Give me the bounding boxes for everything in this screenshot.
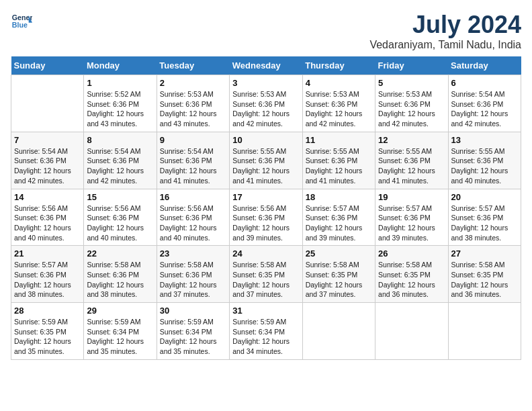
calendar-cell: 17Sunrise: 5:56 AM Sunset: 6:36 PM Dayli… xyxy=(230,189,302,246)
calendar-cell: 26Sunrise: 5:58 AM Sunset: 6:35 PM Dayli… xyxy=(375,246,448,303)
calendar-week-1: 1Sunrise: 5:52 AM Sunset: 6:36 PM Daylig… xyxy=(11,75,521,132)
calendar-cell: 24Sunrise: 5:58 AM Sunset: 6:35 PM Dayli… xyxy=(230,246,302,303)
calendar-cell: 28Sunrise: 5:59 AM Sunset: 6:35 PM Dayli… xyxy=(11,303,84,360)
day-info: Sunrise: 5:58 AM Sunset: 6:35 PM Dayligh… xyxy=(232,260,299,300)
calendar-cell: 11Sunrise: 5:55 AM Sunset: 6:36 PM Dayli… xyxy=(302,132,375,189)
header-day-friday: Friday xyxy=(375,56,448,75)
calendar-cell: 7Sunrise: 5:54 AM Sunset: 6:36 PM Daylig… xyxy=(11,132,84,189)
day-number: 20 xyxy=(451,192,518,202)
day-info: Sunrise: 5:55 AM Sunset: 6:36 PM Dayligh… xyxy=(378,146,445,186)
calendar-cell: 18Sunrise: 5:57 AM Sunset: 6:36 PM Dayli… xyxy=(302,189,375,246)
day-info: Sunrise: 5:56 AM Sunset: 6:36 PM Dayligh… xyxy=(160,203,226,243)
calendar-cell: 22Sunrise: 5:58 AM Sunset: 6:36 PM Dayli… xyxy=(84,246,157,303)
day-info: Sunrise: 5:58 AM Sunset: 6:35 PM Dayligh… xyxy=(378,260,445,300)
calendar-cell: 25Sunrise: 5:58 AM Sunset: 6:35 PM Dayli… xyxy=(302,246,375,303)
calendar-cell: 12Sunrise: 5:55 AM Sunset: 6:36 PM Dayli… xyxy=(375,132,448,189)
day-info: Sunrise: 5:54 AM Sunset: 6:36 PM Dayligh… xyxy=(87,146,153,186)
calendar-cell: 31Sunrise: 5:59 AM Sunset: 6:34 PM Dayli… xyxy=(230,303,302,360)
day-number: 25 xyxy=(306,248,372,259)
calendar-cell: 3Sunrise: 5:53 AM Sunset: 6:36 PM Daylig… xyxy=(230,75,302,132)
calendar-cell xyxy=(448,303,521,360)
calendar-cell: 10Sunrise: 5:55 AM Sunset: 6:36 PM Dayli… xyxy=(230,132,302,189)
day-info: Sunrise: 5:55 AM Sunset: 6:36 PM Dayligh… xyxy=(232,146,299,186)
calendar-cell xyxy=(11,75,84,132)
day-info: Sunrise: 5:58 AM Sunset: 6:35 PM Dayligh… xyxy=(306,260,372,300)
day-info: Sunrise: 5:56 AM Sunset: 6:36 PM Dayligh… xyxy=(232,203,299,243)
calendar-cell: 30Sunrise: 5:59 AM Sunset: 6:34 PM Dayli… xyxy=(157,303,229,360)
day-number: 14 xyxy=(14,192,81,202)
title-block: July 2024 Vedaraniyam, Tamil Nadu, India xyxy=(369,11,521,51)
page-title: July 2024 xyxy=(369,11,521,39)
calendar-cell xyxy=(375,303,448,360)
calendar-cell: 5Sunrise: 5:53 AM Sunset: 6:36 PM Daylig… xyxy=(375,75,448,132)
day-number: 2 xyxy=(160,78,226,88)
day-info: Sunrise: 5:56 AM Sunset: 6:36 PM Dayligh… xyxy=(14,203,81,243)
calendar-week-2: 7Sunrise: 5:54 AM Sunset: 6:36 PM Daylig… xyxy=(11,132,521,189)
calendar-header-row: SundayMondayTuesdayWednesdayThursdayFrid… xyxy=(11,56,521,75)
day-info: Sunrise: 5:59 AM Sunset: 6:34 PM Dayligh… xyxy=(87,317,153,357)
day-number: 23 xyxy=(160,248,226,259)
calendar-cell: 6Sunrise: 5:54 AM Sunset: 6:36 PM Daylig… xyxy=(448,75,521,132)
calendar-cell: 20Sunrise: 5:57 AM Sunset: 6:36 PM Dayli… xyxy=(448,189,521,246)
day-info: Sunrise: 5:58 AM Sunset: 6:35 PM Dayligh… xyxy=(451,260,518,300)
day-number: 11 xyxy=(306,135,372,145)
day-number: 1 xyxy=(87,78,153,88)
day-info: Sunrise: 5:54 AM Sunset: 6:36 PM Dayligh… xyxy=(451,89,518,129)
header-day-wednesday: Wednesday xyxy=(230,56,302,75)
day-number: 5 xyxy=(378,78,445,88)
calendar-cell: 15Sunrise: 5:56 AM Sunset: 6:36 PM Dayli… xyxy=(84,189,157,246)
header-day-tuesday: Tuesday xyxy=(157,56,229,75)
day-number: 4 xyxy=(306,78,372,88)
day-info: Sunrise: 5:57 AM Sunset: 6:36 PM Dayligh… xyxy=(14,260,81,300)
header-day-monday: Monday xyxy=(84,56,157,75)
day-info: Sunrise: 5:53 AM Sunset: 6:36 PM Dayligh… xyxy=(160,89,226,129)
day-number: 12 xyxy=(378,135,445,145)
calendar-cell: 14Sunrise: 5:56 AM Sunset: 6:36 PM Dayli… xyxy=(11,189,84,246)
day-number: 18 xyxy=(306,192,372,202)
calendar-cell: 23Sunrise: 5:58 AM Sunset: 6:36 PM Dayli… xyxy=(157,246,229,303)
day-number: 7 xyxy=(14,135,81,145)
day-number: 19 xyxy=(378,192,445,202)
day-number: 26 xyxy=(378,248,445,259)
page-header: General Blue July 2024 Vedaraniyam, Tami… xyxy=(11,11,521,51)
calendar-cell: 1Sunrise: 5:52 AM Sunset: 6:36 PM Daylig… xyxy=(84,75,157,132)
day-info: Sunrise: 5:57 AM Sunset: 6:36 PM Dayligh… xyxy=(451,203,518,243)
day-number: 31 xyxy=(232,306,299,316)
day-number: 15 xyxy=(87,192,153,202)
day-info: Sunrise: 5:59 AM Sunset: 6:34 PM Dayligh… xyxy=(160,317,226,357)
calendar-cell: 29Sunrise: 5:59 AM Sunset: 6:34 PM Dayli… xyxy=(84,303,157,360)
day-number: 30 xyxy=(160,306,226,316)
day-info: Sunrise: 5:57 AM Sunset: 6:36 PM Dayligh… xyxy=(306,203,372,243)
day-number: 22 xyxy=(87,248,153,259)
day-info: Sunrise: 5:52 AM Sunset: 6:36 PM Dayligh… xyxy=(87,89,153,129)
day-info: Sunrise: 5:57 AM Sunset: 6:36 PM Dayligh… xyxy=(378,203,445,243)
svg-text:Blue: Blue xyxy=(12,21,28,29)
logo: General Blue xyxy=(11,11,32,32)
calendar-cell: 4Sunrise: 5:53 AM Sunset: 6:36 PM Daylig… xyxy=(302,75,375,132)
day-info: Sunrise: 5:54 AM Sunset: 6:36 PM Dayligh… xyxy=(160,146,226,186)
day-info: Sunrise: 5:56 AM Sunset: 6:36 PM Dayligh… xyxy=(87,203,153,243)
day-info: Sunrise: 5:59 AM Sunset: 6:34 PM Dayligh… xyxy=(232,317,299,357)
day-number: 28 xyxy=(14,306,81,316)
day-number: 9 xyxy=(160,135,226,145)
day-info: Sunrise: 5:58 AM Sunset: 6:36 PM Dayligh… xyxy=(87,260,153,300)
day-info: Sunrise: 5:54 AM Sunset: 6:36 PM Dayligh… xyxy=(14,146,81,186)
header-day-thursday: Thursday xyxy=(302,56,375,75)
calendar-cell: 13Sunrise: 5:55 AM Sunset: 6:36 PM Dayli… xyxy=(448,132,521,189)
calendar-week-3: 14Sunrise: 5:56 AM Sunset: 6:36 PM Dayli… xyxy=(11,189,521,246)
day-info: Sunrise: 5:53 AM Sunset: 6:36 PM Dayligh… xyxy=(378,89,445,129)
calendar-cell: 16Sunrise: 5:56 AM Sunset: 6:36 PM Dayli… xyxy=(157,189,229,246)
day-number: 8 xyxy=(87,135,153,145)
calendar-week-5: 28Sunrise: 5:59 AM Sunset: 6:35 PM Dayli… xyxy=(11,303,521,360)
calendar-cell xyxy=(302,303,375,360)
logo-icon: General Blue xyxy=(11,11,32,32)
day-number: 16 xyxy=(160,192,226,202)
day-number: 3 xyxy=(232,78,299,88)
calendar-cell: 27Sunrise: 5:58 AM Sunset: 6:35 PM Dayli… xyxy=(448,246,521,303)
day-number: 17 xyxy=(232,192,299,202)
calendar-week-4: 21Sunrise: 5:57 AM Sunset: 6:36 PM Dayli… xyxy=(11,246,521,303)
day-number: 29 xyxy=(87,306,153,316)
calendar-cell: 2Sunrise: 5:53 AM Sunset: 6:36 PM Daylig… xyxy=(157,75,229,132)
day-number: 21 xyxy=(14,248,81,259)
day-number: 10 xyxy=(232,135,299,145)
